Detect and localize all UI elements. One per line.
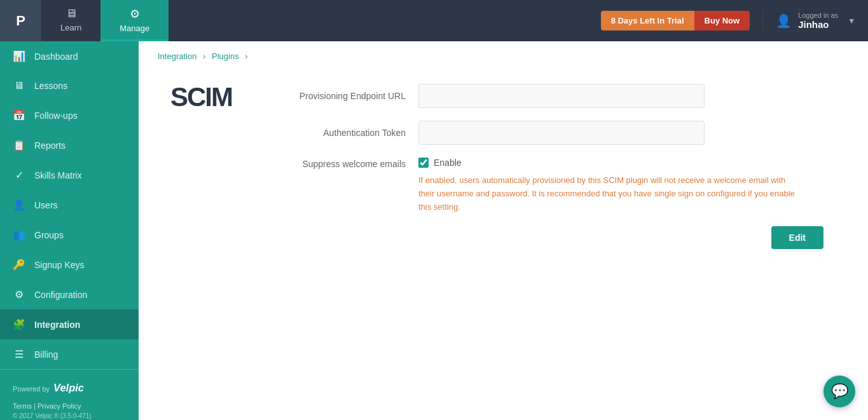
- powered-by-section: Powered by Velpic: [13, 380, 126, 397]
- auth-token-row: Authentication Token: [285, 121, 836, 145]
- trial-days-button[interactable]: 8 Days Left In Trial: [601, 11, 694, 30]
- suppress-emails-row: Suppress welcome emails Enable If enable…: [285, 158, 836, 213]
- provisioning-url-label: Provisioning Endpoint URL: [285, 91, 406, 101]
- breadcrumb-integration[interactable]: Integration: [158, 51, 196, 61]
- sidebar-label-lessons: Lessons: [34, 81, 67, 91]
- learn-icon: 🖥: [65, 7, 77, 20]
- sidebar-label-reports: Reports: [34, 140, 65, 151]
- velpic-logo: Velpic: [53, 380, 92, 397]
- signup-keys-icon: 🔑: [13, 259, 25, 271]
- groups-icon: 👥: [13, 229, 25, 241]
- sidebar-label-dashboard: Dashboard: [34, 51, 78, 62]
- user-info: Logged in as Jinhao: [798, 11, 838, 30]
- page-content: SCIM Provisioning Endpoint URL Authentic…: [139, 71, 868, 281]
- follow-ups-icon: 📅: [13, 109, 25, 121]
- user-avatar-icon: 👤: [776, 13, 792, 29]
- top-nav-items: 🖥 Learn ⚙ Manage: [41, 0, 321, 41]
- chevron-down-icon: ▼: [848, 17, 855, 25]
- logged-in-label: Logged in as: [798, 11, 838, 19]
- chat-icon: 💬: [831, 383, 848, 400]
- sidebar-links: Terms | Privacy Policy: [13, 402, 126, 410]
- content-area: Integration › Plugins › SCIM Provisionin…: [139, 41, 868, 420]
- trial-section: 8 Days Left In Trial Buy Now: [601, 11, 750, 30]
- users-icon: 👤: [13, 199, 25, 211]
- provisioning-url-input[interactable]: [418, 84, 705, 108]
- auth-token-label: Authentication Token: [285, 128, 406, 138]
- breadcrumb-sep-2: ›: [245, 51, 247, 61]
- sidebar-item-groups[interactable]: 👥 Groups: [0, 220, 139, 250]
- breadcrumb: Integration › Plugins ›: [139, 41, 868, 71]
- app-logo[interactable]: P: [0, 0, 41, 41]
- copyright: © 2017 Velpic ® (3.5.0-471): [13, 412, 126, 419]
- auth-token-input[interactable]: [418, 121, 705, 145]
- sidebar-item-billing[interactable]: ☰ Billing: [0, 339, 139, 369]
- sidebar-item-skills-matrix[interactable]: ✓ Skills Matrix: [0, 160, 139, 190]
- sidebar-item-signup-keys[interactable]: 🔑 Signup Keys: [0, 250, 139, 280]
- suppress-content: Enable If enabled, users automatically p…: [418, 158, 836, 213]
- sidebar-label-skills-matrix: Skills Matrix: [34, 170, 82, 180]
- top-nav: P 🖥 Learn ⚙ Manage 8 Days Left In Trial …: [0, 0, 868, 41]
- sidebar-item-users[interactable]: 👤 Users: [0, 190, 139, 220]
- sidebar-label-signup-keys: Signup Keys: [34, 260, 85, 270]
- manage-nav-item[interactable]: ⚙ Manage: [100, 0, 169, 41]
- powered-by-label: Powered by: [13, 385, 50, 393]
- sidebar-item-integration[interactable]: 🧩 Integration: [0, 309, 139, 339]
- lessons-icon: 🖥: [13, 80, 25, 91]
- manage-label: Manage: [120, 24, 149, 33]
- sidebar-label-users: Users: [34, 200, 58, 210]
- sidebar-item-reports[interactable]: 📋 Reports: [0, 130, 139, 160]
- enable-checkbox[interactable]: [418, 158, 429, 168]
- sidebar-label-billing: Billing: [34, 349, 58, 360]
- sidebar-item-configuration[interactable]: ⚙ Configuration: [0, 280, 139, 309]
- sidebar-footer: Powered by Velpic Terms | Privacy Policy…: [0, 369, 139, 420]
- chat-widget[interactable]: 💬: [823, 376, 855, 407]
- enable-checkbox-row: Enable: [418, 158, 836, 168]
- sidebar-item-lessons[interactable]: 🖥 Lessons: [0, 71, 139, 100]
- breadcrumb-plugins[interactable]: Plugins: [212, 51, 239, 61]
- suppress-emails-label: Suppress welcome emails: [285, 158, 406, 169]
- edit-button[interactable]: Edit: [771, 226, 823, 249]
- terms-link[interactable]: Terms: [13, 402, 32, 410]
- reports-icon: 📋: [13, 139, 25, 151]
- dashboard-icon: 📊: [13, 50, 25, 62]
- integration-icon: 🧩: [13, 318, 25, 330]
- sidebar-label-integration: Integration: [34, 320, 80, 330]
- sidebar-label-follow-ups: Follow-ups: [34, 111, 78, 121]
- enable-label[interactable]: Enable: [434, 158, 462, 168]
- manage-icon: ⚙: [130, 7, 140, 21]
- configuration-icon: ⚙: [13, 288, 25, 301]
- scim-logo: SCIM: [170, 84, 259, 111]
- scim-header: SCIM Provisioning Endpoint URL Authentic…: [170, 84, 836, 249]
- sidebar-label-configuration: Configuration: [34, 290, 87, 300]
- learn-label: Learn: [60, 23, 81, 32]
- skills-matrix-icon: ✓: [13, 169, 25, 181]
- billing-icon: ☰: [13, 348, 25, 360]
- sidebar-label-groups: Groups: [34, 230, 64, 240]
- edit-button-row: Edit: [285, 226, 836, 249]
- breadcrumb-sep-1: ›: [203, 51, 205, 61]
- main-layout: 📊 Dashboard 🖥 Lessons 📅 Follow-ups 📋 Rep…: [0, 41, 868, 420]
- buy-now-button[interactable]: Buy Now: [694, 11, 750, 30]
- sidebar-item-follow-ups[interactable]: 📅 Follow-ups: [0, 100, 139, 130]
- learn-nav-item[interactable]: 🖥 Learn: [41, 0, 100, 41]
- user-name: Jinhao: [798, 19, 838, 30]
- provisioning-url-row: Provisioning Endpoint URL: [285, 84, 836, 108]
- privacy-policy-link[interactable]: Privacy Policy: [38, 402, 81, 410]
- svg-text:Velpic: Velpic: [53, 382, 84, 393]
- sidebar: 📊 Dashboard 🖥 Lessons 📅 Follow-ups 📋 Rep…: [0, 41, 139, 420]
- scim-form: Provisioning Endpoint URL Authentication…: [285, 84, 836, 249]
- sidebar-item-dashboard[interactable]: 📊 Dashboard: [0, 41, 139, 71]
- info-text: If enabled, users automatically provisio…: [418, 174, 800, 213]
- user-section[interactable]: 👤 Logged in as Jinhao ▼: [762, 11, 868, 30]
